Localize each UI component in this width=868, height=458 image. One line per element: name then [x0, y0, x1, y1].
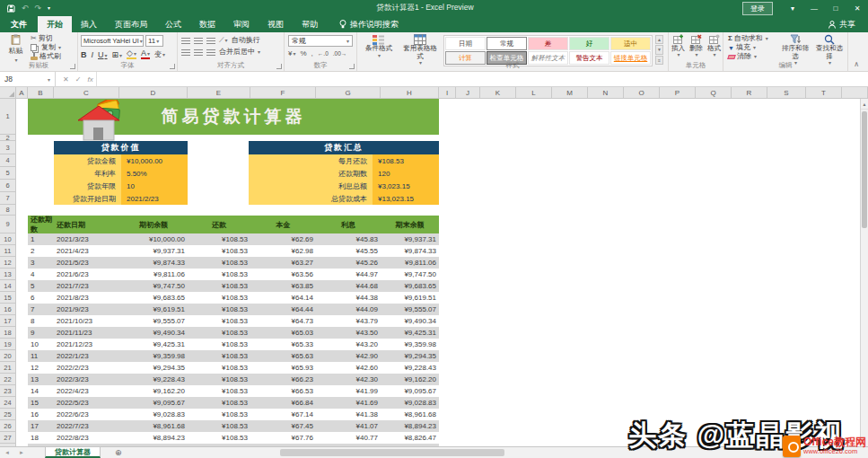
row-header-12[interactable]: 12	[0, 257, 15, 269]
cell[interactable]: 2021/11/23	[54, 327, 119, 339]
sign-in-button[interactable]: 登录	[742, 2, 773, 15]
row-header-21[interactable]: 21	[0, 362, 15, 374]
column-header-S[interactable]: S	[767, 87, 806, 98]
cell[interactable]: ¥9,619.51	[119, 304, 188, 315]
increase-decimal-button[interactable]: ←.0	[318, 50, 329, 57]
row-header-11[interactable]: 11	[0, 245, 15, 257]
menu-tab-审阅[interactable]: 审阅	[224, 16, 259, 32]
share-button[interactable]: 共享	[829, 19, 868, 31]
format-painter-button[interactable]: 格式刷	[31, 53, 61, 60]
cell[interactable]: ¥108.53	[188, 409, 250, 420]
cell[interactable]: ¥9,359.98	[119, 350, 188, 362]
loan-summary-value[interactable]: 120	[373, 167, 439, 180]
cell[interactable]: ¥108.53	[188, 304, 250, 315]
cell[interactable]: 11	[28, 350, 54, 362]
cell[interactable]: ¥67.45	[250, 420, 316, 432]
select-all-corner[interactable]	[0, 87, 16, 98]
close-button[interactable]: ✕	[846, 0, 868, 16]
align-right-icon[interactable]	[206, 49, 215, 56]
cancel-icon[interactable]: ✕	[63, 75, 69, 84]
row-header-24[interactable]: 24	[0, 397, 15, 409]
style-chip-date[interactable]: 日期	[445, 37, 486, 50]
row-header-3[interactable]: 3	[0, 141, 15, 154]
paste-button[interactable]: 粘贴	[4, 34, 28, 63]
decrease-decimal-button[interactable]: .00→	[333, 50, 347, 57]
column-header-I[interactable]: I	[439, 87, 456, 98]
cell[interactable]: 6	[28, 292, 54, 304]
cell[interactable]: 2021/12/23	[54, 339, 119, 350]
cell[interactable]: ¥9,937.31	[381, 233, 439, 245]
formula-input[interactable]	[97, 72, 868, 86]
cell[interactable]: ¥108.53	[188, 362, 250, 374]
column-header-G[interactable]: G	[316, 87, 381, 98]
format-cells-button[interactable]: 格式	[706, 34, 723, 58]
number-dialog-launcher[interactable]	[349, 64, 355, 69]
cell[interactable]: ¥65.93	[250, 362, 316, 374]
cell[interactable]: ¥44.97	[316, 269, 381, 280]
cell[interactable]: ¥62.69	[250, 233, 316, 245]
row-header-2[interactable]: 2	[0, 135, 15, 141]
cell[interactable]: ¥67.76	[250, 432, 316, 444]
cell[interactable]: 2021/10/23	[54, 315, 119, 327]
cell[interactable]: ¥9,811.06	[119, 269, 188, 280]
column-header-O[interactable]: O	[624, 87, 660, 98]
cell[interactable]: 2022/3/23	[54, 374, 119, 385]
align-center-icon[interactable]	[194, 49, 203, 56]
cell[interactable]: ¥45.55	[316, 245, 381, 257]
cell[interactable]: ¥108.53	[188, 397, 250, 409]
style-chip-neutral[interactable]: 适中	[610, 37, 651, 50]
cell[interactable]: ¥45.83	[316, 233, 381, 245]
cell[interactable]: ¥64.44	[250, 304, 316, 315]
gallery-scroll-up-icon[interactable]: ▲	[655, 35, 663, 44]
row-header-16[interactable]: 16	[0, 304, 15, 315]
column-header-R[interactable]: R	[732, 87, 767, 98]
cell[interactable]: ¥9,874.33	[119, 257, 188, 269]
row-header-14[interactable]: 14	[0, 280, 15, 292]
column-header-A[interactable]: A	[16, 87, 28, 98]
column-header-E[interactable]: E	[188, 87, 250, 98]
row-header-10[interactable]: 10	[0, 233, 15, 245]
align-top-icon[interactable]	[181, 38, 190, 44]
cell[interactable]: ¥43.50	[316, 327, 381, 339]
name-box-dropdown-icon[interactable]: ▾	[48, 76, 50, 83]
column-header-B[interactable]: B	[28, 87, 54, 98]
cell[interactable]: ¥66.23	[250, 374, 316, 385]
cell[interactable]: 4	[28, 269, 54, 280]
cell[interactable]: ¥43.79	[316, 315, 381, 327]
loan-summary-value[interactable]: ¥13,023.15	[373, 192, 439, 205]
cell[interactable]: ¥44.38	[316, 292, 381, 304]
clipboard-dialog-launcher[interactable]	[70, 64, 75, 69]
cell[interactable]: 1	[28, 233, 54, 245]
cell[interactable]: 2021/3/23	[54, 233, 119, 245]
redo-icon[interactable]: ↷	[35, 4, 42, 13]
cell[interactable]: 18	[28, 432, 54, 444]
cell[interactable]: ¥9,028.83	[381, 397, 439, 409]
percent-style-button[interactable]: %	[300, 49, 306, 57]
number-format-select[interactable]: 常规▾	[288, 35, 353, 47]
merge-center-button[interactable]: 合并后居中	[219, 48, 260, 56]
row-header-8[interactable]: 8	[0, 205, 15, 216]
loan-value-value[interactable]: 10	[121, 180, 188, 192]
accounting-format-button[interactable]: ¥	[288, 49, 295, 57]
row-header-22[interactable]: 22	[0, 374, 15, 385]
font-size-select[interactable]: 11	[145, 35, 163, 47]
cell[interactable]: 12	[28, 362, 54, 374]
cell[interactable]: ¥41.07	[316, 420, 381, 432]
cell[interactable]: ¥108.53	[188, 374, 250, 385]
loan-value-value[interactable]: 2021/2/23	[121, 192, 188, 205]
cell[interactable]: ¥9,490.34	[381, 315, 439, 327]
cell[interactable]: ¥9,294.35	[119, 362, 188, 374]
row-header-27[interactable]: 27	[0, 432, 15, 444]
cell[interactable]: 8	[28, 315, 54, 327]
sheet-nav-right-icon[interactable]: ►	[14, 450, 29, 455]
cell[interactable]: 7	[28, 304, 54, 315]
cell[interactable]: 10	[28, 339, 54, 350]
underline-button[interactable]: U	[98, 50, 108, 59]
customize-qat-icon[interactable]: ▾	[48, 5, 50, 11]
tell-me-search[interactable]: 操作说明搜索	[339, 19, 399, 31]
conditional-formatting-button[interactable]: 条件格式	[361, 34, 397, 59]
font-name-select[interactable]: Microsoft YaHei UI	[81, 35, 144, 47]
cell[interactable]: ¥9,555.07	[119, 315, 188, 327]
cell[interactable]: ¥108.53	[188, 385, 250, 397]
row-header-23[interactable]: 23	[0, 385, 15, 397]
